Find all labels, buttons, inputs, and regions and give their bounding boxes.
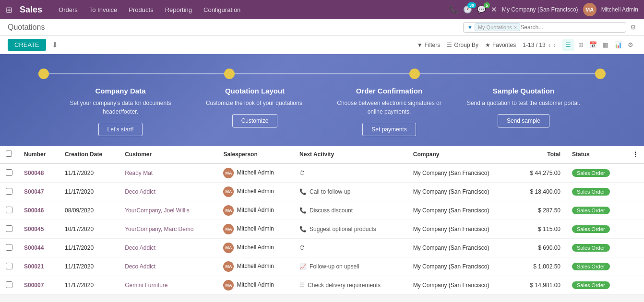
pagination-prev[interactable]: ‹ (549, 41, 551, 49)
grid-view-icon[interactable]: ▦ (600, 39, 611, 51)
search-filter-tag[interactable]: My Quotations × (475, 23, 520, 31)
phone-icon[interactable]: 📞 (449, 5, 458, 14)
header-activity[interactable]: Next Activity (294, 146, 407, 163)
step-1-desc: Set your company's data for documents he… (63, 99, 178, 116)
view-icons: ☰ ⊞ 📅 ▦ 📊 ⚙ (562, 39, 636, 51)
row-more-4[interactable] (627, 239, 644, 257)
row-checkbox-6[interactable] (0, 276, 18, 295)
close-icon[interactable]: ✕ (491, 5, 497, 14)
row-date-2: 08/09/2020 (59, 201, 119, 220)
row-activity-6: ☰ Check delivery requirements (294, 276, 407, 295)
row-salesperson-2: MAMitchell Admin (217, 201, 294, 220)
header-date[interactable]: Creation Date (59, 146, 119, 163)
nav-products[interactable]: Products (124, 0, 158, 19)
salesperson-avatar-2: MA (223, 205, 234, 216)
header-more[interactable]: ⋮ (627, 146, 644, 163)
grid-icon[interactable]: ⊞ (6, 5, 12, 14)
row-total-6: $ 14,981.00 (515, 276, 566, 295)
step-dot-4 (595, 69, 606, 79)
row-number-4[interactable]: S00044 (18, 239, 59, 257)
activity-icon-5: 📈 (299, 263, 307, 270)
groupby-button[interactable]: ☰ Group By (447, 42, 478, 48)
row-status-4: Sales Order (566, 239, 627, 257)
row-checkbox-1[interactable] (0, 183, 18, 201)
row-customer-5[interactable]: Deco Addict (119, 257, 217, 276)
nav-reporting[interactable]: Reporting (160, 0, 197, 19)
row-more-6[interactable] (627, 276, 644, 295)
header-customer[interactable]: Customer (119, 146, 217, 163)
create-button[interactable]: CREATE (8, 39, 46, 51)
step-4-button[interactable]: Send sample (498, 114, 549, 128)
step-2-title: Quotation Layout (206, 87, 304, 95)
nav-to-invoice[interactable]: To Invoice (84, 0, 122, 19)
row-customer-4[interactable]: Deco Addict (119, 239, 217, 257)
message-icon[interactable]: 💬 5 (477, 5, 486, 14)
salesperson-avatar-4: MA (223, 243, 234, 253)
page-title: Quotations (8, 23, 45, 32)
row-number-0[interactable]: S00048 (18, 163, 59, 183)
header-company[interactable]: Company (407, 146, 515, 163)
filter-tag-close[interactable]: × (514, 24, 517, 30)
row-customer-3[interactable]: YourCompany, Marc Demo (119, 220, 217, 239)
row-checkbox-4[interactable] (0, 239, 18, 257)
row-customer-1[interactable]: Deco Addict (119, 183, 217, 201)
step-2-button[interactable]: Customize (232, 114, 278, 128)
topnav: ⊞ Sales Orders To Invoice Products Repor… (0, 0, 644, 19)
row-more-0[interactable] (627, 163, 644, 183)
row-salesperson-5: MAMitchell Admin (217, 257, 294, 276)
download-button[interactable]: ⬇ (52, 41, 58, 49)
row-total-1: $ 18,400.00 (515, 183, 566, 201)
row-customer-0[interactable]: Ready Mat (119, 163, 217, 183)
list-view-icon[interactable]: ☰ (562, 39, 574, 51)
filters-button[interactable]: ▼ Filters (417, 42, 441, 48)
step-dot-3 (409, 69, 420, 79)
activity-icon-1: 📞 (299, 188, 307, 195)
header-status[interactable]: Status (566, 146, 627, 163)
onboarding-banner: Company Data Set your company's data for… (0, 54, 644, 146)
row-more-1[interactable] (627, 183, 644, 201)
row-status-5: Sales Order (566, 257, 627, 276)
row-company-4: My Company (San Francisco) (407, 239, 515, 257)
nav-configuration[interactable]: Configuration (199, 0, 245, 19)
row-checkbox-0[interactable] (0, 163, 18, 183)
step-1-button[interactable]: Let's start! (98, 123, 143, 136)
row-activity-5: 📈 Follow-up on upsell (294, 257, 407, 276)
row-customer-6[interactable]: Gemini Furniture (119, 276, 217, 295)
avatar[interactable]: MA (583, 3, 596, 16)
nav-orders[interactable]: Orders (54, 0, 83, 19)
row-more-3[interactable] (627, 220, 644, 239)
row-number-3[interactable]: S00045 (18, 220, 59, 239)
row-total-2: $ 287.50 (515, 201, 566, 220)
row-number-5[interactable]: S00021 (18, 257, 59, 276)
quotations-table-wrap: Number Creation Date Customer Salesperso… (0, 146, 644, 295)
row-customer-2[interactable]: YourCompany, Joel Willis (119, 201, 217, 220)
header-number[interactable]: Number (18, 146, 59, 163)
username: Mitchell Admin (601, 6, 638, 13)
row-number-6[interactable]: S00007 (18, 276, 59, 295)
clock-icon[interactable]: 🕐 30 (463, 5, 472, 14)
pagination: 1-13 / 13 ‹ › (523, 41, 556, 49)
settings-view-icon[interactable]: ⚙ (625, 39, 636, 51)
kanban-view-icon[interactable]: ⊞ (575, 39, 586, 51)
row-checkbox-5[interactable] (0, 257, 18, 276)
row-checkbox-2[interactable] (0, 201, 18, 220)
row-date-5: 11/17/2020 (59, 257, 119, 276)
row-more-5[interactable] (627, 257, 644, 276)
search-settings-icon[interactable]: ⚙ (630, 23, 636, 31)
select-all-checkbox[interactable] (6, 151, 12, 157)
calendar-view-icon[interactable]: 📅 (587, 39, 599, 51)
activity-icon-6: ☰ (299, 282, 305, 289)
row-status-0: Sales Order (566, 163, 627, 183)
pagination-next[interactable]: › (553, 41, 556, 49)
header-salesperson[interactable]: Salesperson (217, 146, 294, 163)
step-3-button[interactable]: Set payments (362, 123, 416, 136)
favorites-button[interactable]: ★ Favorites (485, 42, 516, 48)
row-number-1[interactable]: S00047 (18, 183, 59, 201)
row-checkbox-3[interactable] (0, 220, 18, 239)
header-total[interactable]: Total (515, 146, 566, 163)
row-number-2[interactable]: S00046 (18, 201, 59, 220)
row-more-2[interactable] (627, 201, 644, 220)
chart-view-icon[interactable]: 📊 (612, 39, 624, 51)
onboarding-step-4: Sample Quotation Send a quotation to tes… (456, 87, 591, 128)
search-input[interactable] (520, 24, 622, 31)
